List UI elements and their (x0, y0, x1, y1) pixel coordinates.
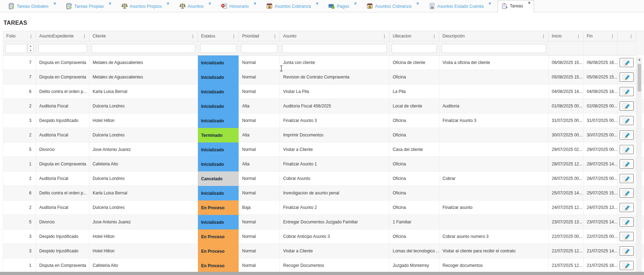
table-row[interactable]: 1Disputa en CompraventaCafeteria AltoIni… (3, 157, 644, 171)
status-badge: Inicializado (198, 113, 239, 128)
table-row[interactable]: 2Auditoria FiscalDulceria LondresEn Proc… (3, 200, 644, 215)
column-menu-icon[interactable]: ⋮ (232, 34, 236, 39)
table-row[interactable]: 2Auditoria FiscalDulceria LondresTermina… (3, 128, 644, 142)
tab-pagos[interactable]: Pagos× (325, 1, 360, 12)
edit-row-button[interactable] (620, 130, 634, 140)
edit-row-button[interactable] (620, 174, 634, 183)
column-header-Folio[interactable]: Folio⋮ (3, 31, 36, 41)
column-header-Estatus[interactable]: Estatus⋮ (198, 31, 239, 41)
close-icon[interactable]: × (167, 1, 169, 6)
close-icon[interactable]: × (488, 1, 491, 6)
close-icon[interactable]: × (316, 1, 318, 6)
prioridad-filter-input[interactable] (241, 44, 277, 53)
close-icon[interactable]: × (53, 1, 56, 6)
column-header-Cliente[interactable]: Cliente⋮ (89, 31, 198, 41)
cell-inicio: 04/08/2025 14... (549, 84, 584, 99)
column-menu-icon[interactable]: ⋮ (82, 34, 87, 39)
column-header-Fin[interactable]: Fin⋮ (584, 31, 617, 41)
descripción-filter-input[interactable] (441, 44, 546, 53)
close-icon[interactable]: × (354, 1, 357, 6)
edit-row-button[interactable] (620, 145, 634, 154)
scrollbar-thumb[interactable] (638, 64, 641, 92)
asunto-filter-input[interactable] (282, 44, 387, 53)
column-menu-icon[interactable]: ⋮ (576, 34, 581, 39)
edit-row-button[interactable] (620, 232, 634, 241)
tab-label: Honorario (229, 4, 249, 9)
edit-row-button[interactable] (620, 116, 634, 125)
column-menu-icon[interactable]: ⋮ (382, 34, 387, 39)
cliente-filter-input[interactable] (92, 44, 195, 53)
cell-ubicacion: Oficina (390, 113, 439, 128)
cell-inicio: 21/07/2025 12... (549, 244, 584, 258)
tab-asuntos-propios[interactable]: Asuntos Propios× (118, 1, 172, 12)
vertical-scrollbar[interactable]: ▲ (637, 57, 642, 272)
edit-row-button[interactable] (620, 58, 634, 67)
ubicacion-filter-input[interactable] (392, 44, 437, 53)
folio-filter-spinner[interactable]: ▲▼ (28, 44, 34, 53)
close-icon[interactable]: × (254, 1, 256, 6)
close-icon[interactable]: × (209, 1, 211, 6)
folio-filter-input[interactable] (5, 44, 27, 53)
table-row[interactable]: 7Disputa en CompraventaMetales de Aguasc… (3, 55, 644, 70)
estatus-filter-input[interactable] (200, 44, 236, 53)
column-menu-icon[interactable]: ⋮ (432, 34, 437, 39)
tab-asuntos-cobranza[interactable]: $Asuntos Cobranza× (263, 1, 322, 12)
cell-cliente: Dulceria Londres (89, 99, 198, 113)
column-menu-icon[interactable]: ⋮ (610, 34, 615, 39)
horizontal-scrollbar[interactable] (0, 272, 644, 275)
tab-tareas[interactable]: Tareas× (498, 0, 534, 12)
column-header-Ubicacion[interactable]: Ubicacion⋮ (390, 31, 439, 41)
tab-asuntos[interactable]: Asuntos× (176, 1, 214, 12)
table-row[interactable]: 3Despido InjustificadoHotel HiltonInicia… (3, 113, 644, 128)
table-row[interactable]: 7Disputa en CompraventaMetales de Aguasc… (3, 70, 644, 84)
column-menu-icon[interactable]: ⋮ (29, 34, 33, 39)
spinner-up-icon[interactable]: ▲ (28, 44, 33, 49)
edit-row-button[interactable] (620, 101, 634, 111)
table-row[interactable]: 2Auditoria FiscalDulceria LondresInicial… (3, 99, 644, 113)
grid-header-row: Folio⋮AsuntoExpediente⋮Cliente⋮Estatus⋮P… (3, 31, 644, 41)
table-row[interactable]: 3Despido InjustificadoHotel HiltonEn Pro… (3, 229, 644, 244)
cell-actions (617, 258, 636, 273)
table-row[interactable]: 3Despido InjustificadoHotel HiltonEn Pro… (3, 244, 644, 258)
column-header-Descripción[interactable]: Descripción⋮ (439, 31, 549, 41)
close-icon[interactable]: × (416, 1, 419, 6)
edit-row-button[interactable] (620, 87, 634, 96)
tab-tareas-propias[interactable]: Tareas Propias× (63, 1, 114, 12)
table-row[interactable]: 1Disputa en CompraventaCafeteria AltoEn … (3, 258, 644, 273)
column-menu-icon[interactable]: ⋮ (541, 34, 546, 39)
edit-row-button[interactable] (620, 203, 634, 212)
tab-honorario[interactable]: Honorario× (218, 1, 259, 12)
close-icon[interactable]: × (109, 1, 111, 6)
tab-tareas-globales[interactable]: Tareas Globales× (5, 1, 59, 12)
cell-estatus: Inicializado (198, 70, 239, 84)
spinner-down-icon[interactable]: ▼ (28, 48, 33, 53)
column-header-label: Folio (6, 34, 16, 39)
column-menu-icon[interactable]: ⋮ (629, 34, 633, 39)
edit-row-button[interactable] (620, 188, 634, 198)
edit-row-button[interactable] (620, 261, 634, 270)
table-row[interactable]: 5DivorcioJose Antonio JuarezInicializado… (3, 142, 644, 157)
table-row[interactable]: 5DivorcioJose Antonio JuarezInicializado… (3, 215, 644, 229)
tab-asuntos-cobranza[interactable]: $Asuntos Cobranza× (363, 1, 422, 12)
column-menu-icon[interactable]: ⋮ (191, 34, 195, 39)
cell-asunto: Junta con cliente (280, 55, 390, 70)
edit-row-button[interactable] (620, 72, 634, 82)
edit-row-button[interactable] (620, 246, 634, 256)
scroll-up-icon[interactable]: ▲ (637, 58, 642, 61)
column-header-AsuntoExpediente[interactable]: AsuntoExpediente⋮ (36, 31, 89, 41)
tab-asuntos-estado-cuenta[interactable]: Asuntos Estado Cuenta× (426, 1, 494, 12)
asuntoexpediente-filter-input[interactable] (38, 44, 87, 53)
table-row[interactable]: 6Delito contra el orden p...Karla Luisa … (3, 84, 644, 99)
column-header-Prioridad[interactable]: Prioridad⋮ (239, 31, 280, 41)
column-menu-icon[interactable]: ⋮ (273, 34, 277, 39)
edit-row-button[interactable] (620, 159, 634, 169)
close-icon[interactable]: × (528, 1, 531, 5)
cell-fin: 05/08/2025 15... (584, 70, 617, 84)
cell-estatus: Cancelado (198, 171, 239, 186)
table-row[interactable]: 2Auditoria FiscalDulceria LondresCancela… (3, 171, 644, 186)
column-header-Inicio[interactable]: Inicio⋮ (549, 31, 584, 41)
column-header-Asunto[interactable]: Asunto⋮ (280, 31, 390, 41)
column-header-actions[interactable]: ⋮ (617, 31, 636, 41)
edit-row-button[interactable] (620, 217, 634, 227)
table-row[interactable]: 6Delito contra el orden p...Karla Luisa … (3, 186, 644, 200)
